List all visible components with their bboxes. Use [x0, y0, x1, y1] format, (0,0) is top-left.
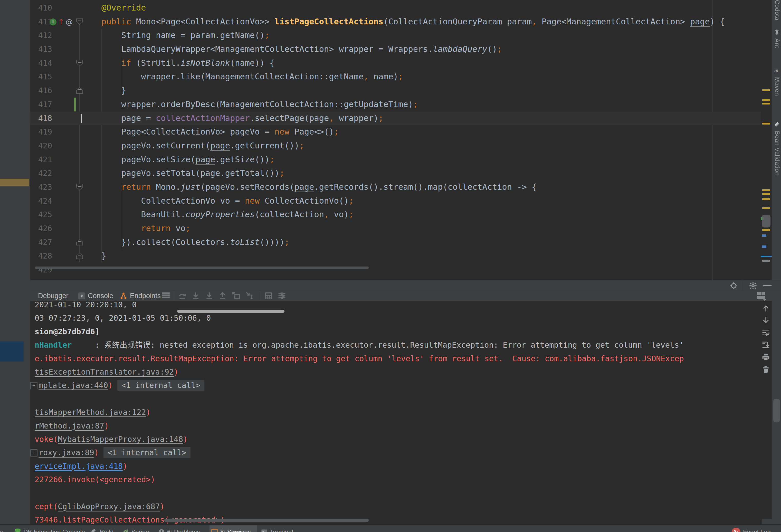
statusbar-item-terminal[interactable]: Terminal — [259, 525, 295, 532]
editor-vertical-scrollbar[interactable] — [762, 215, 771, 228]
code-line[interactable]: 420 pageVo.setCurrent(page.getCurrent())… — [30, 139, 761, 153]
console-horizontal-scrollbar[interactable] — [164, 519, 369, 522]
code-line[interactable]: 424 CollectActionVo vo = new CollectActi… — [30, 194, 761, 208]
code-line[interactable]: 416 } — [30, 84, 761, 97]
right-tool-strip[interactable]: m Codota Ant Maven Bean Validation — [772, 0, 781, 524]
debug-tool-button[interactable] — [0, 341, 24, 362]
stacktrace-link[interactable]: tisExceptionTranslator.java:92 — [35, 367, 174, 376]
stripe-mark[interactable] — [762, 260, 770, 262]
code-line[interactable]: 415 wrapper.like(ManagementCollectAction… — [30, 70, 761, 84]
error-stripe[interactable] — [761, 0, 772, 280]
statusbar-item-services[interactable]: 8: Services — [209, 525, 257, 532]
code-line[interactable]: 418 page = collectActionMapper.selectPag… — [30, 112, 761, 125]
code-line[interactable]: 429 — [30, 263, 761, 277]
code-line[interactable]: 412 String name = param.getName(); — [30, 29, 761, 42]
console-line: +roxy.java:89) <1 internal call> — [30, 446, 761, 459]
gutter-icons[interactable]: I↑@ — [49, 18, 73, 26]
statusbar-item-event-log[interactable]: 9+ Event Log — [732, 525, 771, 532]
code-line[interactable]: 413 LambdaQueryWrapper<ManagementCollect… — [30, 42, 761, 56]
code-line[interactable]: 419 Page<CollectActionVo> pageVo = new P… — [30, 125, 761, 139]
code-line[interactable]: 428 } — [30, 249, 761, 263]
tool-button-bean-validation[interactable]: Bean Validation — [774, 131, 780, 176]
console-vertical-scrollbar[interactable] — [773, 399, 780, 422]
stacktrace-link[interactable]: MybatisMapperProxy.java:148 — [58, 435, 183, 444]
tab-debugger[interactable]: Debugger — [38, 290, 69, 301]
services-icon — [211, 529, 218, 532]
restore-layout-icon[interactable] — [162, 292, 170, 300]
tab-endpoints[interactable]: Endpoints — [120, 290, 161, 301]
tool-button-codota[interactable]: Codota — [774, 0, 780, 21]
force-step-into-icon[interactable] — [205, 292, 213, 300]
stripe-mark[interactable] — [762, 123, 770, 125]
expand-icon[interactable]: + — [30, 449, 38, 456]
drop-frame-icon[interactable] — [232, 292, 240, 300]
stripe-mark[interactable] — [762, 193, 770, 195]
code-line[interactable]: 421 pageVo.setSize(page.getSize()); — [30, 153, 761, 167]
vcs-change-marker[interactable] — [74, 97, 76, 112]
evaluate-expression-icon[interactable] — [264, 292, 273, 300]
code-line[interactable]: 414 if (StrUtil.isNotBlank(name)) { — [30, 56, 761, 70]
code-line[interactable]: 410 @Override — [30, 1, 761, 15]
statusbar-item-build[interactable]: Build — [89, 525, 115, 532]
stripe-mark[interactable] — [762, 198, 770, 200]
code-line[interactable]: 417 wrapper.orderByDesc(ManagementCollec… — [30, 97, 761, 112]
step-over-icon[interactable] — [178, 292, 187, 300]
left-tool-strip[interactable] — [0, 0, 30, 524]
scroll-up-icon[interactable] — [762, 304, 770, 313]
stripe-mark[interactable] — [762, 103, 770, 105]
statusbar-item-spring[interactable]: Spring — [121, 525, 151, 532]
stripe-mark[interactable] — [762, 207, 770, 209]
clear-all-icon[interactable] — [762, 365, 770, 374]
editor-horizontal-scrollbar[interactable] — [35, 267, 369, 269]
stacktrace-link[interactable]: erviceImpl.java:418 — [35, 462, 123, 470]
annotation-at-icon[interactable]: @ — [66, 18, 73, 26]
code-line[interactable]: 427 }).collect(Collectors.toList()))); — [30, 236, 761, 249]
layout-settings-icon[interactable] — [757, 292, 765, 300]
code-text: String name = param.getName(); — [82, 29, 270, 42]
code-line[interactable]: 425 BeanUtil.copyProperties(collectActio… — [30, 208, 761, 221]
stripe-mark[interactable] — [762, 89, 770, 91]
stacktrace-link[interactable]: rMethod.java:87 — [35, 421, 104, 430]
stacktrace-link[interactable]: CglibAopProxy.java:687 — [58, 502, 160, 511]
stripe-mark[interactable] — [761, 256, 772, 257]
target-icon[interactable] — [730, 282, 738, 290]
expand-icon[interactable]: + — [30, 382, 38, 389]
divider — [743, 281, 743, 290]
console-text: ) — [94, 448, 99, 457]
code-line[interactable]: 423 return Mono.just(pageVo.setRecords(p… — [30, 180, 761, 194]
console-text: <1 internal call> — [104, 447, 191, 458]
stripe-mark[interactable] — [762, 245, 766, 248]
step-into-icon[interactable] — [192, 292, 200, 300]
stacktrace-link[interactable]: roxy.java:89 — [39, 448, 94, 457]
code-line[interactable]: 426 return vo; — [30, 221, 761, 236]
code-text: return vo; — [82, 221, 191, 236]
stripe-mark[interactable] — [762, 235, 766, 237]
soft-wrap-icon[interactable] — [762, 328, 770, 337]
code-line[interactable]: 411I↑@ public Mono<Page<CollectActionVo>… — [30, 15, 761, 29]
stripe-mark[interactable] — [762, 229, 770, 231]
code-line[interactable]: 430 — [30, 277, 761, 280]
step-out-icon[interactable] — [218, 292, 227, 300]
tool-button-maven[interactable]: Maven — [774, 77, 780, 96]
settings-gear-icon[interactable] — [749, 282, 757, 290]
view-options-icon[interactable] — [278, 292, 286, 300]
run-to-cursor-icon[interactable] — [246, 292, 254, 300]
scroll-to-end-icon[interactable] — [762, 341, 770, 349]
debug-console[interactable]: 2021-01-10 20:20:10, 003 07:27:23, 0, 20… — [30, 301, 761, 524]
code-line[interactable]: 422 pageVo.setTotal(page.getTotal()); — [30, 166, 761, 180]
tool-button-ant[interactable]: Ant — [774, 39, 780, 48]
tab-console[interactable]: > Console — [78, 290, 113, 301]
stacktrace-link[interactable]: mplate.java:440 — [39, 381, 108, 390]
stacktrace-link[interactable]: tisMapperMethod.java:122 — [35, 408, 146, 417]
stripe-mark[interactable] — [762, 99, 770, 101]
statusbar-item-db-execution-console[interactable]: DB Execution Console — [13, 525, 86, 532]
statusbar-item-problems[interactable]: 6: Problems — [157, 525, 202, 532]
ide-window: 410 @Override411I↑@ public Mono<Page<Col… — [0, 0, 781, 532]
stripe-mark[interactable] — [762, 189, 770, 191]
nav-up-arrow-icon[interactable]: ↑ — [58, 18, 64, 26]
print-icon[interactable] — [762, 353, 770, 361]
override-impl-icon[interactable]: I — [49, 18, 56, 26]
code-editor[interactable]: 410 @Override411I↑@ public Mono<Page<Col… — [30, 0, 761, 280]
scroll-down-icon[interactable] — [762, 316, 770, 324]
hide-icon[interactable] — [763, 285, 772, 286]
